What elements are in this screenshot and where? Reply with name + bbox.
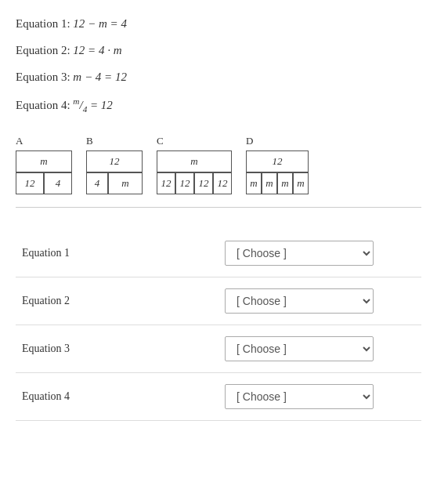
diagram-a-bot-left: 12 bbox=[16, 172, 44, 194]
eq3-math: m − 4 = 12 bbox=[73, 71, 127, 83]
diagram-c-bot4: 12 bbox=[213, 172, 232, 194]
match-eq1-select-cell: [ Choose ] A B C D bbox=[218, 230, 421, 277]
eq4-math: m/4 = 12 bbox=[73, 99, 113, 111]
eq2-math: 12 = 4 · m bbox=[73, 44, 121, 56]
diagram-a: A m 12 4 bbox=[16, 135, 72, 194]
diagram-b-boxes: 12 4 m bbox=[86, 150, 143, 194]
equation-1-line: Equation 1: 12 − m = 4 bbox=[16, 14, 421, 33]
match-eq1-label: Equation 1 bbox=[16, 230, 218, 277]
diagram-c-top: m bbox=[157, 150, 232, 172]
match-eq3-select-cell: [ Choose ] A B C D bbox=[218, 325, 421, 373]
equations-list: Equation 1: 12 − m = 4 Equation 2: 12 = … bbox=[16, 14, 421, 116]
match-eq3-select[interactable]: [ Choose ] A B C D bbox=[225, 336, 374, 361]
diagram-d-bot3: m bbox=[277, 172, 293, 194]
match-eq4-select-cell: [ Choose ] A B C D bbox=[218, 373, 421, 421]
eq1-math: 12 − m = 4 bbox=[73, 17, 127, 30]
diagram-d-label: D bbox=[246, 135, 253, 147]
diagram-b-bot-right: m bbox=[108, 172, 143, 194]
diagram-b-top: 12 bbox=[86, 150, 143, 172]
matching-table: Equation 1 [ Choose ] A B C D Equation 2… bbox=[16, 230, 421, 421]
diagram-d-bot4: m bbox=[293, 172, 309, 194]
match-eq2-select-cell: [ Choose ] A B C D bbox=[218, 277, 421, 325]
match-eq3-label: Equation 3 bbox=[16, 325, 218, 373]
diagram-c: C m 12 12 12 12 bbox=[157, 135, 232, 194]
match-eq4-select[interactable]: [ Choose ] A B C D bbox=[225, 384, 374, 409]
match-eq4-label: Equation 4 bbox=[16, 373, 218, 421]
diagram-c-bot3: 12 bbox=[194, 172, 213, 194]
eq4-label: Equation 4: bbox=[16, 99, 73, 111]
diagram-b: B 12 4 m bbox=[86, 135, 143, 194]
match-row-2: Equation 2 [ Choose ] A B C D bbox=[16, 277, 421, 325]
diagram-c-label: C bbox=[157, 135, 164, 147]
diagram-c-bot2: 12 bbox=[175, 172, 194, 194]
diagram-a-top: m bbox=[16, 150, 72, 172]
diagram-c-bot1: 12 bbox=[157, 172, 175, 194]
match-row-3: Equation 3 [ Choose ] A B C D bbox=[16, 325, 421, 373]
diagram-b-label: B bbox=[86, 135, 93, 147]
diagram-d-boxes: 12 m m m m bbox=[246, 150, 309, 194]
equation-2-line: Equation 2: 12 = 4 · m bbox=[16, 41, 421, 60]
eq3-label: Equation 3: bbox=[16, 71, 73, 83]
diagram-d-bot1: m bbox=[246, 172, 262, 194]
diagram-d-bot2: m bbox=[262, 172, 277, 194]
equation-4-line: Equation 4: m/4 = 12 bbox=[16, 94, 421, 116]
eq2-label: Equation 2: bbox=[16, 44, 73, 56]
match-eq2-label: Equation 2 bbox=[16, 277, 218, 325]
diagram-a-bot-right: 4 bbox=[44, 172, 72, 194]
diagram-d-top: 12 bbox=[246, 150, 309, 172]
diagram-c-boxes: m 12 12 12 12 bbox=[157, 150, 232, 194]
diagram-a-label: A bbox=[16, 135, 23, 147]
eq1-label: Equation 1: bbox=[16, 17, 73, 30]
equation-3-line: Equation 3: m − 4 = 12 bbox=[16, 67, 421, 86]
diagram-b-bot-left: 4 bbox=[86, 172, 108, 194]
match-eq2-select[interactable]: [ Choose ] A B C D bbox=[225, 288, 374, 314]
diagram-area: A m 12 4 B 12 4 m C m bbox=[16, 135, 421, 208]
match-row-1: Equation 1 [ Choose ] A B C D bbox=[16, 230, 421, 277]
match-row-4: Equation 4 [ Choose ] A B C D bbox=[16, 373, 421, 421]
diagram-a-boxes: m 12 4 bbox=[16, 150, 72, 194]
match-eq1-select[interactable]: [ Choose ] A B C D bbox=[225, 241, 374, 266]
diagram-d: D 12 m m m m bbox=[246, 135, 309, 194]
